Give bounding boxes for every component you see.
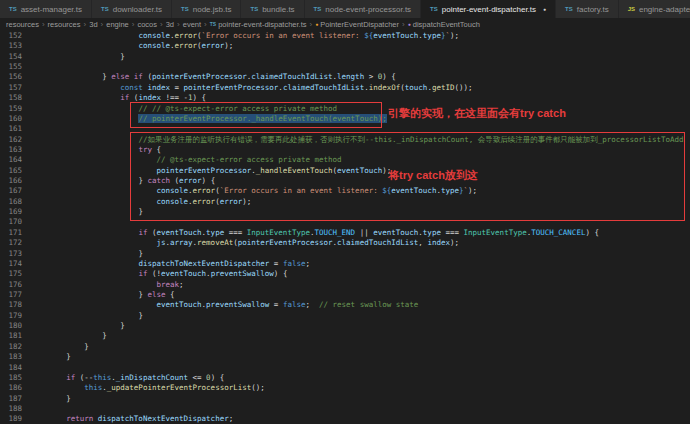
line-number: 184: [0, 363, 22, 373]
code-line[interactable]: 157 const index = pointerEventProcessor.…: [0, 83, 690, 93]
code-line[interactable]: 160 // pointerEventProcessor._handleEven…: [0, 114, 690, 124]
line-text: } else {: [30, 290, 175, 300]
line-text: } else if (pointerEventProcessor.claimed…: [30, 72, 396, 82]
line-number: 174: [0, 259, 22, 269]
line-number: 160: [0, 114, 22, 124]
breadcrumb-separator-icon: ›: [204, 20, 207, 29]
code-line[interactable]: 165 pointerEventProcessor._handleEventTo…: [0, 166, 690, 176]
code-line[interactable]: 170: [0, 217, 690, 227]
code-line[interactable]: 181 }: [0, 331, 690, 341]
tab-pointer-event-dispatcher.ts[interactable]: TSpointer-event-dispatcher.ts●: [421, 0, 556, 18]
line-text: }: [30, 52, 125, 62]
symbol-method-icon: ●: [408, 22, 411, 27]
tab-node-event-processor.ts[interactable]: TSnode-event-processor.ts: [305, 0, 422, 18]
code-line[interactable]: 182 }: [0, 342, 690, 352]
code-line[interactable]: 163 try {: [0, 145, 690, 155]
line-number: 177: [0, 290, 22, 300]
code-line[interactable]: 154 }: [0, 52, 690, 62]
line-number: 162: [0, 135, 22, 145]
line-number: 187: [0, 394, 22, 404]
line-text: [30, 124, 35, 134]
breadcrumb-item-dispatchEventTouch[interactable]: ●dispatchEventTouch: [408, 20, 480, 29]
line-text: console.error(`Error occurs in an event …: [30, 31, 459, 41]
breadcrumb-item-resources[interactable]: resources: [48, 20, 81, 29]
line-number: 182: [0, 342, 22, 352]
code-line[interactable]: 167 console.error(`Error occurs in an ev…: [0, 186, 690, 196]
breadcrumb-item-engine[interactable]: engine: [106, 20, 129, 29]
line-number: 178: [0, 300, 22, 310]
code-editor[interactable]: 152 console.error(`Error occurs in an ev…: [0, 31, 690, 424]
code-line[interactable]: 166 } catch (error) {: [0, 176, 690, 186]
code-line[interactable]: 164 // @ts-expect-error access private m…: [0, 155, 690, 165]
tab-factory.ts[interactable]: TSfactory.ts: [556, 0, 619, 18]
breadcrumb-item-resources[interactable]: resources: [6, 20, 39, 29]
code-line[interactable]: 180 }: [0, 321, 690, 331]
line-text: [30, 62, 35, 72]
tab-asset-manager.ts[interactable]: TSasset-manager.ts: [0, 0, 92, 18]
breadcrumb-item-pointer-event-dispatcher.ts[interactable]: TSpointer-event-dispatcher.ts: [210, 20, 307, 29]
line-text: }: [30, 321, 125, 331]
breadcrumb-item-PointerEventDispatcher[interactable]: ●PointerEventDispatcher: [315, 20, 399, 29]
code-line[interactable]: 169 }: [0, 207, 690, 217]
line-number: 163: [0, 145, 22, 155]
code-line[interactable]: 189 return dispatchToNextEventDispatcher…: [0, 414, 690, 424]
breadcrumb-item-3d[interactable]: 3d: [166, 20, 174, 29]
line-number: 183: [0, 352, 22, 362]
code-line[interactable]: 175 if (!eventTouch.preventSwallow) {: [0, 269, 690, 279]
code-line[interactable]: 158 if (index !== -1) {: [0, 93, 690, 103]
tab-bundle.ts[interactable]: TSbundle.ts: [241, 0, 304, 18]
code-line[interactable]: 188: [0, 404, 690, 414]
line-number: 175: [0, 269, 22, 279]
line-text: try {: [30, 145, 161, 155]
code-line[interactable]: 161: [0, 124, 690, 134]
code-line[interactable]: 168 console.error(error);: [0, 197, 690, 207]
code-line[interactable]: 187 }: [0, 394, 690, 404]
line-number: 157: [0, 83, 22, 93]
code-line[interactable]: 185 if (--this._inDispatchCount <= 0) {: [0, 373, 690, 383]
code-line[interactable]: 156 } else if (pointerEventProcessor.cla…: [0, 72, 690, 82]
line-number: 176: [0, 280, 22, 290]
breadcrumb-item-3d[interactable]: 3d: [89, 20, 97, 29]
tab-node.jsb.ts[interactable]: TSnode.jsb.ts: [172, 0, 241, 18]
breadcrumb-item-event[interactable]: event: [183, 20, 201, 29]
code-line[interactable]: 178 eventTouch.preventSwallow = false; /…: [0, 300, 690, 310]
code-line[interactable]: 153 console.error(error);: [0, 41, 690, 51]
code-line[interactable]: 172 js.array.removeAt(pointerEventProces…: [0, 238, 690, 248]
code-line[interactable]: 174 dispatchToNextEventDispatcher = fals…: [0, 259, 690, 269]
code-line[interactable]: 183 }: [0, 352, 690, 362]
tab-downloader.ts[interactable]: TSdownloader.ts: [92, 0, 172, 18]
line-text: if (!eventTouch.preventSwallow) {: [30, 269, 287, 279]
tab-label: node.jsb.ts: [193, 5, 232, 14]
line-number: 165: [0, 166, 22, 176]
breadcrumb-item-cocos[interactable]: cocos: [137, 20, 157, 29]
breadcrumb-label: resources: [48, 20, 81, 29]
code-line[interactable]: 171 if (eventTouch.type === InputEventTy…: [0, 228, 690, 238]
line-number: 181: [0, 331, 22, 341]
line-number: 188: [0, 404, 22, 414]
code-line[interactable]: 155: [0, 62, 690, 72]
line-number: 189: [0, 414, 22, 424]
line-number: 185: [0, 373, 22, 383]
line-number: 152: [0, 31, 22, 41]
ts-file-icon: TS: [430, 6, 438, 12]
line-text: }: [30, 311, 143, 321]
code-line[interactable]: 184: [0, 363, 690, 373]
breadcrumb-label: dispatchEventTouch: [413, 20, 480, 29]
line-text: [30, 363, 35, 373]
code-line[interactable]: 152 console.error(`Error occurs in an ev…: [0, 31, 690, 41]
code-line[interactable]: 162 //如果业务注册的监听执行有错误，需要再此处捕获，否则执行不到--thi…: [0, 135, 690, 145]
line-text: pointerEventProcessor._handleEventTouch(…: [30, 166, 391, 176]
code-line[interactable]: 186 this._updatePointerEventProcessorLis…: [0, 383, 690, 393]
code-line[interactable]: 176 break;: [0, 280, 690, 290]
code-line[interactable]: 159 // // @ts-expect-error access privat…: [0, 104, 690, 114]
ts-file-icon: TS: [181, 6, 189, 12]
line-text: return dispatchToNextEventDispatcher;: [30, 414, 233, 424]
code-line[interactable]: 179 }: [0, 311, 690, 321]
code-line[interactable]: 177 } else {: [0, 290, 690, 300]
tab-engine-adapter.js[interactable]: JSengine-adapter.js: [619, 0, 690, 18]
breadcrumb: resources›resources›3d›engine›cocos›3d›e…: [0, 18, 690, 31]
code-line[interactable]: 173 }: [0, 249, 690, 259]
breadcrumb-label: engine: [106, 20, 129, 29]
modified-dot-icon[interactable]: ●: [543, 6, 546, 12]
line-number: 168: [0, 197, 22, 207]
